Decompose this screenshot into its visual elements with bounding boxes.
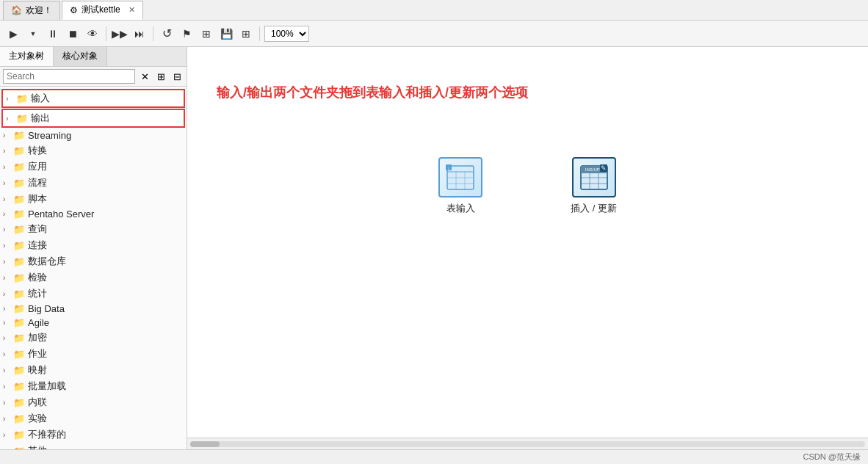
flag-button[interactable]: ⚑ — [178, 25, 195, 43]
tree-item-other[interactable]: › 📁 其他 — [0, 443, 187, 449]
tree-item-flow[interactable]: › 📁 流程 — [0, 175, 187, 191]
tree-item-label: 转换 — [28, 144, 47, 157]
folder-icon: 📁 — [13, 240, 25, 251]
tree-item-label: 批量加载 — [28, 380, 66, 393]
tree-item-script[interactable]: › 📁 脚本 — [0, 191, 187, 207]
tree-item-label: 作业 — [28, 347, 47, 360]
tree-item-input[interactable]: › 📁 输入 — [1, 89, 185, 108]
chevron-icon: › — [3, 179, 13, 187]
tree-item-label: 数据仓库 — [28, 255, 66, 268]
folder-icon: 📁 — [13, 209, 25, 220]
tree-item-inline[interactable]: › 📁 内联 — [0, 394, 187, 410]
folder-icon: 📁 — [13, 272, 25, 283]
insert-update-label: 插入 / 更新 — [571, 202, 617, 215]
folder-icon: 📁 — [13, 289, 25, 300]
tree-item-label: 流程 — [28, 176, 47, 189]
tab-test-kettle[interactable]: ⚙ 测试kettle ✕ — [62, 1, 143, 20]
tree-item-label: 查询 — [28, 222, 47, 236]
tree-item-mapping[interactable]: › 📁 映射 — [0, 362, 187, 378]
eye-button[interactable]: 👁 — [84, 25, 101, 43]
play-button[interactable]: ▶ — [4, 25, 22, 43]
chevron-icon: › — [3, 305, 13, 313]
panel-tab-core-objects[interactable]: 核心对象 — [54, 47, 107, 66]
folder-icon: 📁 — [13, 162, 25, 173]
tree-item-label: Streaming — [28, 130, 71, 141]
tree-item-label: 加密 — [28, 331, 47, 344]
loop-button[interactable]: ↺ — [158, 25, 176, 43]
tree-item-transform[interactable]: › 📁 转换 — [0, 142, 187, 159]
tree-item-query[interactable]: › 📁 查询 — [0, 221, 187, 237]
panel-tab-main-objects[interactable]: 主对象树 — [0, 47, 54, 66]
copy-button[interactable]: ⊞ — [198, 25, 215, 43]
tree-item-pentaho-server[interactable]: › 📁 Pentaho Server — [0, 207, 187, 221]
run-all-button[interactable]: ▶▶ — [111, 25, 129, 43]
canvas-nodes: ↓ 表输入 INS/ — [187, 157, 868, 215]
folder-icon: 📁 — [13, 397, 25, 408]
table-input-node[interactable]: ↓ 表输入 — [438, 157, 482, 215]
toolbar-sep-3 — [259, 26, 260, 41]
tree-item-job[interactable]: › 📁 作业 — [0, 346, 187, 362]
pause-button[interactable]: ⏸ — [44, 25, 62, 43]
folder-icon: 📁 — [16, 93, 28, 104]
chevron-icon: › — [3, 225, 13, 233]
play-dropdown-button[interactable]: ▼ — [24, 25, 42, 43]
tree-item-app[interactable]: › 📁 应用 — [0, 159, 187, 175]
tree-item-label: 其他 — [28, 444, 47, 449]
folder-icon: 📁 — [13, 349, 25, 360]
main-objects-label: 主对象树 — [9, 51, 44, 61]
tree-item-agile[interactable]: › 📁 Agile — [0, 316, 187, 330]
tree-item-streaming[interactable]: › 📁 Streaming — [0, 128, 187, 142]
tree-item-bulk-load[interactable]: › 📁 批量加载 — [0, 378, 187, 394]
chevron-icon: › — [6, 95, 16, 103]
folder-icon: 📁 — [13, 365, 25, 376]
tree-item-label: 实验 — [28, 412, 47, 425]
toolbar: ▶ ▼ ⏸ ⏹ 👁 ▶▶ ⏭ ↺ ⚑ ⊞ 💾 ⊞ 50% 75% 100% 12… — [0, 21, 868, 47]
chevron-icon: › — [3, 415, 13, 423]
status-text: CSDN @范天缘 — [803, 452, 861, 463]
tree-area: › 📁 输入 › 📁 输出 › 📁 Streaming › 📁 — [0, 87, 187, 449]
canvas-hscrollbar[interactable] — [187, 438, 868, 449]
folder-icon: 📁 — [13, 178, 25, 189]
chevron-icon: › — [3, 366, 13, 374]
tree-item-output[interactable]: › 📁 输出 — [1, 109, 185, 128]
core-objects-label: 核心对象 — [62, 51, 98, 61]
chevron-icon: › — [3, 274, 13, 282]
chevron-icon: › — [3, 334, 13, 342]
folder-icon: 📁 — [13, 145, 25, 156]
tree-item-label: 检验 — [28, 271, 47, 284]
tree-item-dw[interactable]: › 📁 数据仓库 — [0, 253, 187, 269]
svg-text:↓: ↓ — [447, 165, 450, 170]
canvas-area[interactable]: 输入/输出两个文件夹拖到表输入和插入/更新两个选项 ↓ — [187, 47, 868, 449]
search-clear-button[interactable]: ✕ — [138, 70, 151, 83]
forward-button[interactable]: ⏭ — [131, 25, 148, 43]
tree-item-encrypt[interactable]: › 📁 加密 — [0, 330, 187, 346]
tree-item-check[interactable]: › 📁 检验 — [0, 269, 187, 286]
chevron-icon: › — [3, 350, 13, 358]
search-expand-button[interactable]: ⊞ — [154, 70, 167, 83]
chevron-icon: › — [3, 147, 13, 155]
search-input[interactable] — [3, 69, 135, 84]
chevron-icon: › — [3, 290, 13, 298]
tab-close-button[interactable]: ✕ — [129, 5, 135, 15]
welcome-tab-label: 欢迎！ — [26, 4, 52, 17]
zoom-selector[interactable]: 50% 75% 100% 125% 150% 200% — [264, 26, 309, 42]
tree-item-deprecated[interactable]: › 📁 不推荐的 — [0, 427, 187, 443]
folder-icon: 📁 — [13, 429, 25, 441]
tree-item-label: Pentaho Server — [28, 209, 94, 220]
chevron-icon: › — [3, 258, 13, 266]
welcome-tab-icon: 🏠 — [11, 5, 22, 15]
hscroll-thumb[interactable] — [190, 441, 220, 447]
tree-item-experiment[interactable]: › 📁 实验 — [0, 410, 187, 427]
insert-update-node[interactable]: INS/UPD ✎ 插入 / 更新 — [571, 157, 617, 215]
search-collapse-button[interactable]: ⊟ — [170, 70, 184, 83]
status-bar: CSDN @范天缘 — [0, 449, 868, 464]
tab-welcome[interactable]: 🏠 欢迎！ — [3, 1, 60, 20]
panel-tabs: 主对象树 核心对象 — [0, 47, 187, 67]
tree-item-bigdata[interactable]: › 📁 Big Data — [0, 302, 187, 316]
save-button[interactable]: 💾 — [217, 25, 235, 43]
tree-item-label: 映射 — [28, 363, 47, 377]
grid-button[interactable]: ⊞ — [237, 25, 255, 43]
tree-item-connect[interactable]: › 📁 连接 — [0, 237, 187, 253]
tree-item-stats[interactable]: › 📁 统计 — [0, 286, 187, 302]
stop-button[interactable]: ⏹ — [64, 25, 82, 43]
